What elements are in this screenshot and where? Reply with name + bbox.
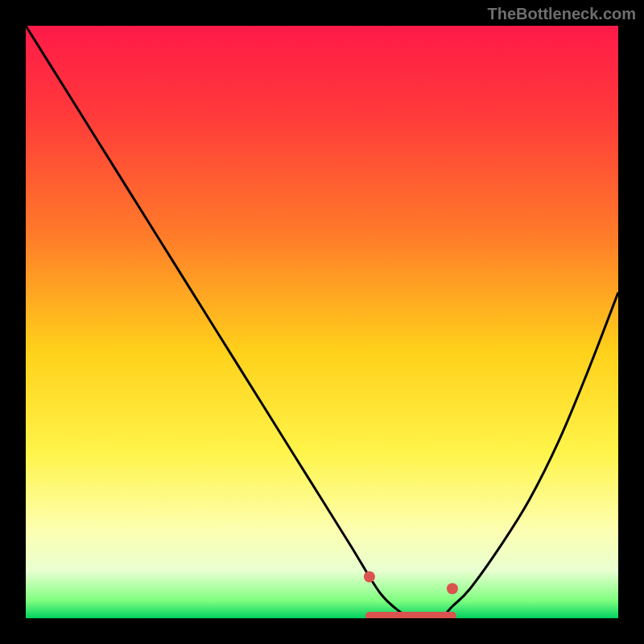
svg-rect-1 xyxy=(0,0,2,644)
marker-dot-1 xyxy=(447,583,458,594)
chart-container: TheBottleneck.com xyxy=(0,0,644,644)
watermark-text: TheBottleneck.com xyxy=(488,5,636,23)
svg-rect-3 xyxy=(0,0,644,2)
svg-rect-4 xyxy=(26,26,618,618)
bottleneck-chart xyxy=(0,0,644,644)
marker-dot-0 xyxy=(364,571,375,582)
